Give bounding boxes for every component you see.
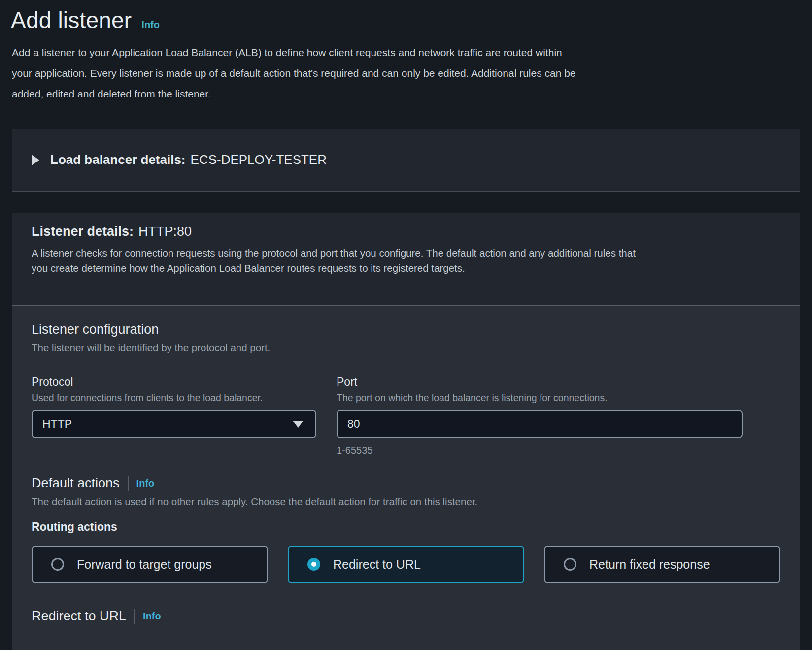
listener-details-header: Listener details:HTTP:80 A listener chec…	[12, 213, 800, 306]
default-actions-description: The default action is used if no other r…	[32, 496, 780, 508]
redirect-section-title: Redirect to URL	[32, 609, 126, 624]
routing-actions-options: Forward to target groups Redirect to URL…	[32, 546, 780, 583]
load-balancer-details-heading: Load balancer details:ECS-DEPLOY-TESTER	[50, 152, 327, 167]
redirect-section-heading-row: Redirect to URL Info	[32, 609, 780, 624]
listener-details-heading: Listener details:HTTP:80	[32, 224, 780, 239]
port-field: Port The port on which the load balancer…	[337, 375, 743, 456]
load-balancer-name: ECS-DEPLOY-TESTER	[191, 152, 327, 167]
port-label: Port	[337, 375, 743, 389]
page-description-line: added, edited and deleted from the liste…	[12, 84, 800, 104]
expand-caret-icon[interactable]	[32, 155, 39, 165]
page-title: Add listener	[11, 7, 132, 33]
routing-option-label: Return fixed response	[589, 557, 710, 572]
page-description: Add a listener to your Application Load …	[12, 42, 800, 104]
radio-icon	[51, 558, 64, 571]
redirect-section-info-link[interactable]: Info	[143, 611, 161, 622]
protocol-description: Used for connections from clients to the…	[32, 392, 316, 404]
radio-icon	[307, 558, 320, 571]
listener-configuration-fields: Protocol Used for connections from clien…	[32, 375, 780, 456]
load-balancer-details-label: Load balancer details:	[50, 152, 186, 167]
routing-option-label: Forward to target groups	[77, 557, 212, 572]
listener-details-description: A listener checks for connection request…	[32, 245, 780, 276]
listener-details-description-line: A listener checks for connection request…	[32, 245, 780, 260]
heading-divider	[134, 609, 135, 624]
page-description-line: Add a listener to your Application Load …	[12, 42, 800, 63]
routing-option-label: Redirect to URL	[333, 557, 421, 572]
default-actions-heading-row: Default actions Info	[32, 476, 780, 491]
routing-actions-label: Routing actions	[32, 520, 780, 534]
page-title-info-link[interactable]: Info	[141, 19, 160, 31]
load-balancer-details-expander[interactable]: Load balancer details:ECS-DEPLOY-TESTER	[12, 129, 800, 192]
page-header: Add listener Info	[11, 0, 800, 33]
listener-configuration-subtitle: The listener will be identified by the p…	[32, 342, 780, 354]
default-actions-info-link[interactable]: Info	[136, 478, 155, 489]
port-constraint: 1-65535	[337, 445, 743, 456]
listener-configuration-title: Listener configuration	[32, 322, 780, 337]
page-description-line: your application. Every listener is made…	[12, 63, 800, 84]
heading-divider	[128, 476, 129, 491]
protocol-select[interactable]: HTTP	[32, 410, 316, 438]
protocol-field: Protocol Used for connections from clien…	[32, 375, 316, 456]
protocol-selected-value: HTTP	[42, 418, 72, 431]
add-listener-page: Add listener Info Add a listener to your…	[0, 0, 812, 650]
listener-details-description-line: you create determine how the Application…	[32, 260, 780, 276]
routing-option-forward-to-target-groups[interactable]: Forward to target groups	[32, 546, 268, 583]
listener-details-body: Listener configuration The listener will…	[12, 306, 800, 650]
port-description: The port on which the load balancer is l…	[337, 392, 743, 404]
radio-icon	[564, 558, 576, 571]
listener-details-panel: Listener details:HTTP:80 A listener chec…	[12, 213, 800, 650]
routing-option-redirect-to-url[interactable]: Redirect to URL	[288, 546, 524, 583]
listener-details-value: HTTP:80	[138, 224, 192, 239]
chevron-down-icon	[293, 421, 304, 428]
default-actions-title: Default actions	[32, 476, 120, 491]
routing-option-return-fixed-response[interactable]: Return fixed response	[544, 546, 780, 583]
listener-details-label: Listener details:	[32, 224, 134, 239]
port-input[interactable]	[337, 410, 743, 438]
protocol-label: Protocol	[32, 375, 316, 389]
